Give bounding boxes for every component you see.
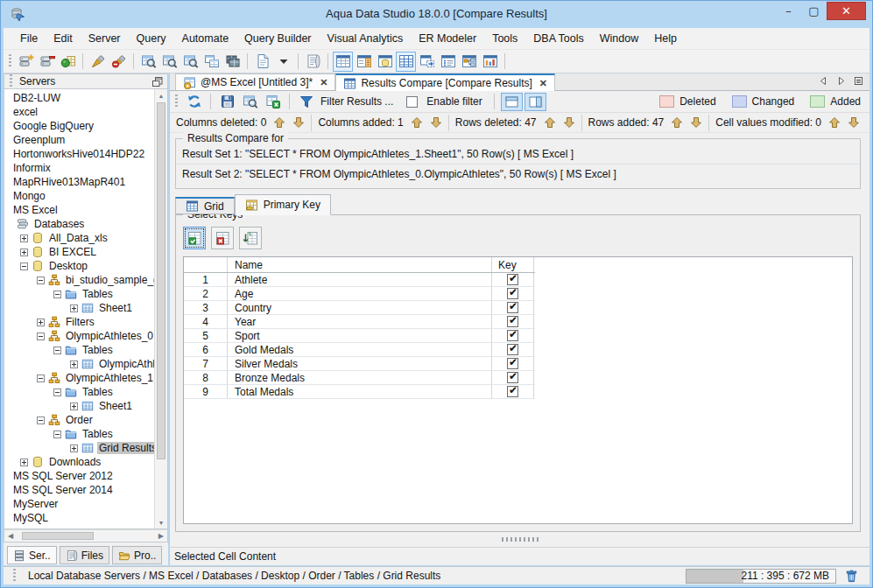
tree-row-tables[interactable]: Tables (4, 427, 154, 441)
table-row-age[interactable]: 2Age (184, 287, 535, 301)
scroll-right-arrow[interactable]: ▶ (158, 532, 164, 540)
filter-results-label[interactable]: Filter Results ... (320, 95, 393, 108)
expand-icon[interactable] (70, 360, 78, 368)
previous-diff-arrow-icon[interactable] (273, 116, 285, 129)
tree-row-hortonworkshive014hdp22[interactable]: HortonworksHive014HDP22 (4, 147, 154, 161)
filter-results-icon[interactable] (296, 93, 316, 111)
minimize-button[interactable]: – (776, 2, 801, 20)
menu-item-tools[interactable]: Tools (484, 30, 525, 47)
menu-item-visual-analytics[interactable]: Visual Analytics (320, 30, 412, 47)
view-tab-grid[interactable]: Grid (175, 197, 235, 214)
key-checkbox[interactable] (507, 386, 518, 397)
name-cell[interactable]: Sport (228, 329, 492, 342)
tree-row-tables[interactable]: Tables (4, 343, 154, 357)
collapse-icon[interactable] (53, 290, 61, 298)
tree-row-informix[interactable]: Informix (4, 161, 154, 175)
keys-insert-arrow-button[interactable] (239, 227, 262, 249)
result-find-button[interactable] (138, 52, 158, 72)
menu-item-query-builder[interactable]: Query Builder (236, 30, 319, 47)
disconnect-remove-button[interactable] (109, 52, 129, 72)
tree-row-mysql[interactable]: MySQL (4, 511, 154, 525)
menu-item-edit[interactable]: Edit (46, 30, 81, 47)
name-cell[interactable]: Age (228, 287, 492, 300)
server-unregister-button[interactable] (37, 52, 57, 72)
grid-stack-button[interactable] (222, 52, 243, 72)
expand-icon[interactable] (20, 248, 28, 256)
name-cell[interactable]: Silver Medals (228, 357, 492, 370)
previous-diff-arrow-icon[interactable] (411, 116, 423, 129)
tree-horizontal-scrollbar[interactable]: ◀ ▶ (4, 529, 168, 542)
collapse-icon[interactable] (37, 332, 45, 340)
server-connect-button[interactable] (58, 52, 78, 72)
table-row-athlete[interactable]: 1Athlete (184, 273, 535, 287)
name-cell[interactable]: Country (228, 301, 492, 314)
key-checkbox[interactable] (507, 344, 518, 355)
layout-vertical-button[interactable] (525, 93, 546, 111)
tree-row-databases[interactable]: Databases (4, 217, 154, 231)
previous-diff-arrow-icon[interactable] (828, 116, 841, 129)
menu-item-file[interactable]: File (12, 30, 46, 47)
chart-format-button[interactable] (480, 52, 500, 72)
hierarchy-format-button[interactable] (459, 52, 479, 72)
tree-row-google-bigquery[interactable]: Google BigQuery (4, 119, 154, 133)
name-cell[interactable]: Year (228, 315, 492, 328)
expand-icon[interactable] (70, 444, 78, 452)
result-find-button[interactable] (240, 93, 260, 111)
tree-row-grid-results[interactable]: Grid Results (4, 441, 154, 455)
tree-row-sheet1[interactable]: Sheet1 (4, 399, 154, 413)
previous-diff-arrow-icon[interactable] (544, 116, 556, 129)
splitter-handle[interactable] (502, 537, 539, 542)
tree-row-excel[interactable]: excel (4, 105, 154, 119)
float-panel-icon[interactable] (151, 76, 163, 88)
name-cell[interactable]: Gold Medals (228, 343, 492, 356)
excel-export-button[interactable] (263, 93, 283, 111)
key-checkbox[interactable] (507, 302, 518, 313)
table-row-year[interactable]: 4Year (184, 315, 535, 329)
tree-row-olympicathletes-0[interactable]: OlympicAthletes_0 (4, 329, 154, 343)
scroll-thumb[interactable] (22, 532, 94, 540)
previous-diff-arrow-icon[interactable] (671, 116, 683, 129)
key-checkbox[interactable] (507, 358, 518, 369)
expand-icon[interactable] (70, 402, 78, 410)
panel-grip[interactable] (10, 74, 12, 88)
tree-row-downloads[interactable]: Downloads (4, 455, 154, 469)
grid-format-button[interactable] (333, 52, 353, 72)
save-button[interactable] (217, 93, 237, 111)
tab-close-icon[interactable]: ✕ (320, 77, 327, 88)
form-format-button[interactable] (354, 52, 374, 72)
menu-item-automate[interactable]: Automate (174, 30, 237, 47)
horizontal-splitter[interactable] (170, 532, 869, 547)
name-cell[interactable]: Bronze Medals (228, 371, 492, 384)
garbage-collect-icon[interactable] (844, 569, 859, 584)
tree-row-bi-studio-sample-da[interactable]: bi_studio_sample_da (4, 273, 154, 287)
toolbar-grip[interactable] (9, 54, 11, 68)
new-document-button[interactable] (252, 52, 272, 72)
table-row-country[interactable]: 3Country (184, 301, 535, 315)
menu-item-query[interactable]: Query (129, 30, 174, 47)
tab-list-icon[interactable] (854, 76, 863, 86)
table-row-gold-medals[interactable]: 6Gold Medals (184, 343, 535, 357)
table-row-total-medals[interactable]: 9Total Medals (184, 385, 535, 399)
cylinder-format-button[interactable] (375, 52, 395, 72)
tree-row-greenplum[interactable]: Greenplum (4, 133, 154, 147)
tree-row-all-data-xls[interactable]: All_Data_xls (4, 231, 154, 245)
tree-vertical-scrollbar[interactable]: ▲ ▼ (154, 89, 167, 528)
next-diff-arrow-icon[interactable] (848, 116, 860, 129)
tree-row-ms-sql-server-2014[interactable]: MS SQL Server 2014 (4, 483, 154, 497)
list-format-button[interactable] (438, 52, 458, 72)
key-checkbox[interactable] (507, 330, 518, 341)
tree-row-ms-excel[interactable]: MS Excel (4, 203, 154, 217)
collapse-icon[interactable] (20, 262, 28, 270)
sidebar-tab-pro[interactable]: Pro.. (112, 546, 162, 564)
next-diff-arrow-icon[interactable] (292, 116, 305, 129)
tree-row-myserver[interactable]: MyServer (4, 497, 154, 511)
next-diff-arrow-icon[interactable] (563, 116, 575, 129)
scroll-left-arrow[interactable]: ◀ (8, 532, 13, 540)
tree-row-mongo[interactable]: Mongo (4, 189, 154, 203)
key-column-header[interactable]: Key (492, 257, 534, 272)
grid-resize-button[interactable] (417, 52, 437, 72)
tree-row-tables[interactable]: Tables (4, 287, 154, 301)
expand-icon[interactable] (20, 234, 28, 242)
document-tab-ms-excel-untitled-3[interactable]: @MS Excel [Untitled 3]*✕ (175, 74, 335, 90)
server-register-button[interactable] (16, 52, 36, 72)
